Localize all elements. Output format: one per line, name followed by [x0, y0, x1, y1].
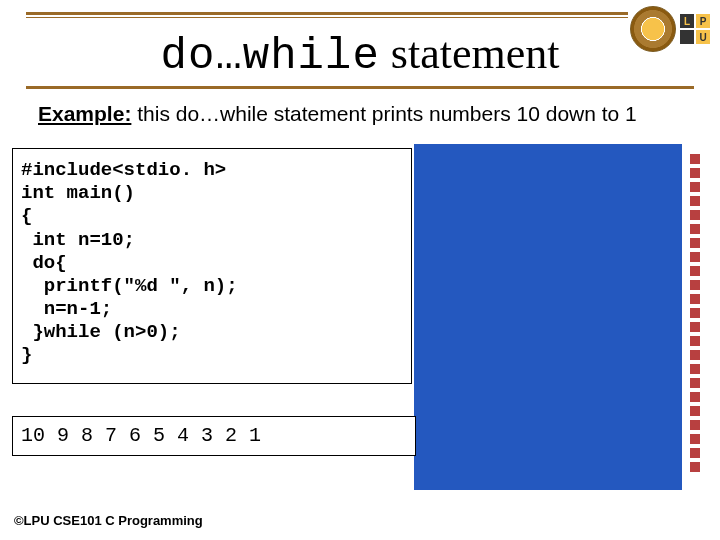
- footer-copyright: ©LPU CSE101 C Programming: [14, 513, 203, 528]
- slide-title: do…while statement: [0, 28, 720, 81]
- example-text: this do…while statement prints numbers 1…: [131, 102, 636, 125]
- university-seal-icon: [630, 6, 676, 52]
- lpu-u: U: [696, 30, 710, 44]
- lpu-p: P: [696, 14, 710, 28]
- example-subtitle: Example: this do…while statement prints …: [38, 102, 694, 126]
- lpu-blank: [680, 30, 694, 44]
- title-underline: [26, 86, 694, 89]
- right-accent-bar: [690, 154, 700, 474]
- header-rule-thick: [26, 12, 682, 15]
- output-block: 10 9 8 7 6 5 4 3 2 1: [12, 416, 416, 456]
- title-keyword: do…while: [161, 31, 380, 81]
- logo-cluster: L P U: [628, 4, 712, 54]
- header-rule-thin: [26, 17, 682, 18]
- example-label: Example:: [38, 102, 131, 125]
- code-block: #include<stdio. h> int main() { int n=10…: [12, 148, 412, 384]
- output-content: 10 9 8 7 6 5 4 3 2 1: [21, 424, 407, 447]
- right-panel: [414, 144, 682, 490]
- lpu-logo-icon: L P U: [680, 14, 710, 44]
- code-content: #include<stdio. h> int main() { int n=10…: [21, 159, 403, 368]
- lpu-l: L: [680, 14, 694, 28]
- title-rest: statement: [380, 29, 560, 78]
